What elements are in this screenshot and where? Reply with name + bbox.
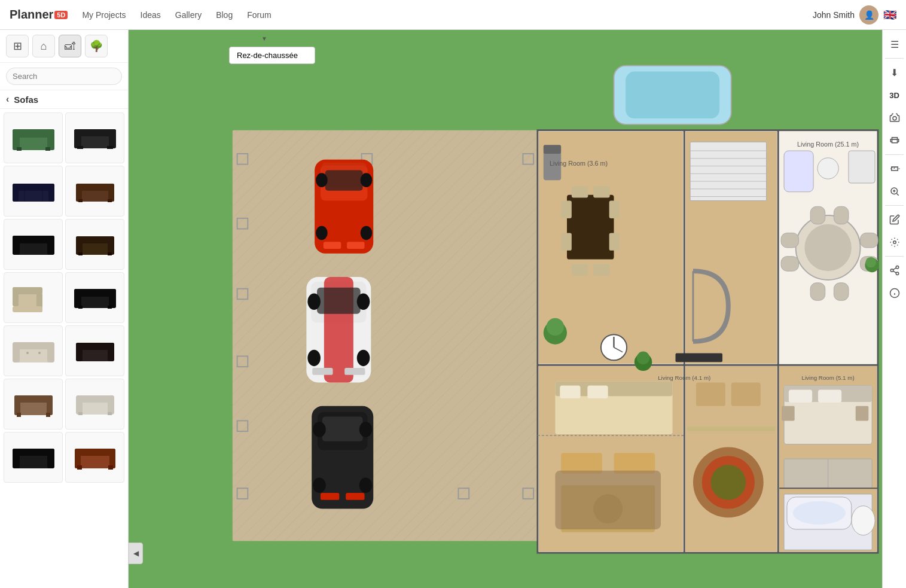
- svg-rect-210: [555, 471, 661, 529]
- camera-button[interactable]: [884, 107, 905, 129]
- svg-rect-38: [13, 306, 42, 312]
- svg-rect-116: [346, 493, 364, 500]
- home-button[interactable]: ⌂: [32, 35, 55, 57]
- flag-icon[interactable]: 🇬🇧: [883, 8, 896, 22]
- sofa-item-8[interactable]: [65, 272, 124, 323]
- search-input[interactable]: [6, 68, 122, 85]
- category-header[interactable]: ‹ Sofas: [0, 90, 128, 109]
- svg-point-120: [359, 478, 373, 493]
- furniture-button[interactable]: 🛋: [59, 35, 81, 57]
- svg-point-110: [307, 350, 321, 366]
- svg-rect-70: [13, 449, 54, 456]
- svg-rect-32: [78, 252, 83, 255]
- svg-point-157: [804, 224, 851, 271]
- sofa-item-11[interactable]: [4, 379, 63, 429]
- right-toolbar: ☰ ⬇ 3D: [882, 30, 906, 588]
- zoom-search-button[interactable]: [884, 181, 905, 202]
- nav-blog[interactable]: Blog: [216, 10, 233, 20]
- svg-point-100: [316, 226, 328, 240]
- logo-text: Planner: [10, 8, 53, 22]
- nav-forum[interactable]: Forum: [247, 10, 271, 20]
- sofa-item-14[interactable]: [65, 432, 124, 483]
- sofa-item-3[interactable]: [4, 166, 63, 217]
- toolbar-separator-1: [885, 58, 904, 59]
- svg-rect-76: [108, 465, 113, 470]
- svg-point-118: [359, 422, 373, 437]
- ruler-button[interactable]: [884, 158, 905, 179]
- download-button[interactable]: ⬇: [884, 62, 905, 83]
- svg-rect-64: [76, 395, 114, 403]
- toolbar-separator-4: [885, 256, 904, 257]
- sofa-item-6[interactable]: [65, 219, 124, 270]
- svg-rect-54: [76, 343, 114, 350]
- svg-point-119: [313, 478, 326, 493]
- svg-rect-74: [75, 449, 115, 456]
- sofa-item-7[interactable]: [4, 272, 63, 323]
- svg-rect-162: [810, 283, 825, 300]
- sofa-item-5[interactable]: [4, 219, 63, 270]
- outdoor-button[interactable]: 🌳: [85, 35, 108, 57]
- canvas-area[interactable]: Rez-de-chaussée Étage 1 Étage 2 ◀: [129, 30, 882, 588]
- svg-point-117: [313, 422, 326, 437]
- svg-rect-141: [572, 264, 588, 276]
- svg-rect-97: [325, 170, 363, 190]
- back-arrow-icon[interactable]: ‹: [6, 94, 9, 105]
- svg-rect-189: [731, 383, 761, 406]
- svg-point-109: [357, 293, 370, 309]
- svg-rect-43: [78, 306, 83, 309]
- svg-point-99: [361, 173, 373, 187]
- svg-point-217: [896, 266, 899, 269]
- svg-rect-214: [892, 139, 897, 143]
- menu-button[interactable]: ☰: [884, 33, 905, 55]
- settings-button[interactable]: [884, 231, 905, 253]
- sofa-item-10[interactable]: [65, 325, 124, 376]
- nav-my-projects[interactable]: My Projects: [82, 10, 126, 20]
- svg-rect-5: [45, 147, 50, 151]
- category-title: Sofas: [14, 95, 38, 105]
- nav-ideas[interactable]: Ideas: [141, 10, 161, 20]
- user-name: John Smith: [813, 10, 855, 20]
- layout-button[interactable]: ⊞: [6, 35, 29, 57]
- svg-rect-48: [13, 342, 54, 349]
- svg-rect-12: [13, 190, 54, 202]
- floor-plan-canvas[interactable]: Living Room (3.6 m) Liv: [129, 60, 882, 588]
- logo[interactable]: Planner 5D: [10, 8, 68, 22]
- svg-text:Living Room (3.6 m): Living Room (3.6 m): [550, 160, 608, 167]
- header: Planner 5D My Projects Ideas Gallery Blo…: [0, 0, 906, 30]
- avatar[interactable]: 👤: [859, 5, 878, 25]
- svg-rect-21: [76, 184, 114, 191]
- svg-rect-105: [317, 288, 361, 314]
- svg-rect-3: [13, 129, 54, 138]
- sofa-item-13[interactable]: [4, 432, 63, 483]
- collapse-button[interactable]: ◀: [129, 543, 143, 564]
- svg-rect-66: [108, 412, 112, 415]
- nav: My Projects Ideas Gallery Blog Forum: [82, 10, 813, 20]
- svg-point-213: [893, 117, 896, 120]
- svg-point-219: [896, 272, 899, 275]
- print-button[interactable]: [884, 130, 905, 151]
- svg-rect-200: [782, 406, 795, 421]
- info-button[interactable]: [884, 282, 905, 304]
- svg-rect-136: [561, 233, 572, 250]
- edit-button[interactable]: [884, 209, 905, 230]
- svg-rect-95: [347, 242, 364, 249]
- sofa-item-2[interactable]: [65, 112, 124, 163]
- nav-gallery[interactable]: Gallery: [175, 10, 202, 20]
- svg-rect-164: [781, 233, 798, 248]
- sofa-item-12[interactable]: [65, 379, 124, 429]
- svg-rect-23: [108, 199, 112, 202]
- svg-rect-163: [834, 283, 849, 300]
- svg-point-101: [361, 226, 373, 240]
- sofa-item-9[interactable]: [4, 325, 63, 376]
- sofa-item-1[interactable]: [4, 112, 63, 163]
- svg-rect-170: [676, 354, 722, 362]
- share-button[interactable]: [884, 260, 905, 281]
- view3d-button[interactable]: 3D: [884, 84, 905, 106]
- svg-rect-44: [108, 306, 112, 309]
- svg-point-108: [307, 293, 321, 309]
- floor-select[interactable]: Rez-de-chaussée Étage 1 Étage 2: [229, 47, 315, 64]
- sofa-item-4[interactable]: [65, 166, 124, 217]
- svg-rect-42: [74, 289, 116, 297]
- svg-point-205: [852, 506, 875, 535]
- svg-point-49: [26, 352, 29, 354]
